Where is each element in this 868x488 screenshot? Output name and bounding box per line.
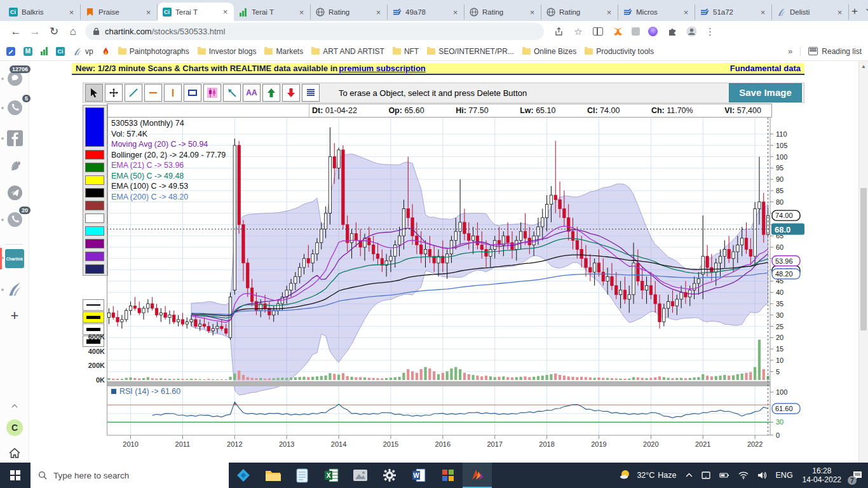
- sidebar-wings[interactable]: [5, 281, 24, 300]
- line-style-button[interactable]: [83, 311, 104, 323]
- save-image-button[interactable]: Save Image: [729, 83, 802, 102]
- bookmark-folder[interactable]: Markets: [264, 47, 303, 56]
- tab-49a78[interactable]: 49a78×: [388, 4, 465, 20]
- color-swatch[interactable]: [85, 188, 104, 198]
- tab-close-icon[interactable]: ×: [759, 8, 767, 17]
- bookmark-vp[interactable]: vp: [73, 47, 93, 56]
- weather-widget[interactable]: 32°CHaze: [614, 463, 681, 488]
- tab-close-icon[interactable]: ×: [682, 8, 690, 17]
- bookmark-flame[interactable]: [102, 47, 110, 56]
- extensions-puzzle-icon[interactable]: [666, 26, 677, 37]
- tab-51a72[interactable]: 51a72×: [695, 4, 772, 20]
- color-swatch[interactable]: [85, 107, 104, 147]
- taskbar-app-gear[interactable]: [375, 463, 404, 488]
- color-swatch[interactable]: [85, 201, 104, 210]
- color-swatch[interactable]: [85, 239, 104, 248]
- taskbar-app-photos[interactable]: [346, 463, 375, 488]
- bookmark-folder[interactable]: ART AND ARTIST: [311, 47, 384, 56]
- fundamental-data-link[interactable]: Fundamental data: [730, 64, 801, 73]
- tab-search-chevron-icon[interactable]: [858, 0, 868, 21]
- tab-close-icon[interactable]: ×: [836, 8, 844, 17]
- share-icon[interactable]: [553, 26, 564, 37]
- taskbar-search[interactable]: Type here to search: [31, 463, 229, 488]
- sidebar-plus[interactable]: +: [5, 306, 24, 325]
- bookmark-folder[interactable]: Investor blogs: [198, 47, 257, 56]
- tab-rating[interactable]: Rating×: [541, 4, 618, 20]
- sidebar-bird[interactable]: [5, 156, 24, 175]
- sidebar-whatsapp[interactable]: 20: [5, 211, 24, 230]
- bookmark-folder[interactable]: Online Bizes: [522, 47, 576, 56]
- tab-close-icon[interactable]: ×: [528, 8, 536, 17]
- sidebar-facebook[interactable]: [5, 130, 24, 149]
- sidebar-chartink-active[interactable]: Chartink: [5, 249, 24, 268]
- extension-icon[interactable]: [632, 27, 640, 36]
- menu-kebab-icon[interactable]: ⋮: [705, 26, 715, 37]
- bookmarks-overflow-icon[interactable]: »: [788, 46, 792, 56]
- extension-purple-icon[interactable]: [648, 27, 658, 36]
- tab-balkris[interactable]: CiBalkris×: [4, 4, 81, 20]
- tab-terai-t[interactable]: CiTerai T×: [158, 3, 234, 21]
- tab-rating[interactable]: Rating×: [311, 4, 388, 20]
- page-scrollbar[interactable]: ▲: [858, 61, 868, 463]
- sidebar-whatsapp[interactable]: 5: [5, 99, 24, 118]
- tab-terai-t[interactable]: Terai T×: [234, 4, 311, 20]
- tool-down[interactable]: [282, 84, 300, 102]
- tool-lines[interactable]: [302, 84, 320, 102]
- color-swatch[interactable]: [85, 264, 104, 274]
- bookmark-folder[interactable]: Paintphotographs: [118, 47, 189, 56]
- tool-rect[interactable]: [184, 84, 201, 102]
- tray-volume-icon[interactable]: [753, 463, 771, 488]
- forward-icon[interactable]: →: [25, 25, 44, 38]
- bookmark-folder[interactable]: NFT: [393, 47, 419, 56]
- tray-battery-icon[interactable]: [715, 463, 734, 488]
- tab-close-icon[interactable]: ×: [605, 8, 613, 17]
- metamask-fox-icon[interactable]: [612, 26, 623, 37]
- back-icon[interactable]: ←: [6, 25, 25, 38]
- taskbar-app-phoenix[interactable]: [463, 463, 492, 488]
- color-swatch[interactable]: [85, 252, 104, 261]
- bookmark-bars[interactable]: [41, 47, 48, 55]
- color-swatch[interactable]: [85, 175, 104, 185]
- taskbar-app-explorer[interactable]: [258, 463, 287, 488]
- tab-delisti[interactable]: Delisti×: [772, 4, 849, 20]
- bookmark-folder[interactable]: Productivity tools: [585, 47, 654, 56]
- tool-arrow[interactable]: [223, 84, 241, 102]
- home-icon[interactable]: [5, 444, 24, 463]
- sidebar-telegram[interactable]: [5, 184, 24, 203]
- tab-close-icon[interactable]: ×: [221, 7, 229, 17]
- profile-avatar-c[interactable]: C: [5, 418, 24, 437]
- tab-close-icon[interactable]: ×: [144, 8, 153, 17]
- reading-list-button[interactable]: Reading list: [800, 47, 862, 56]
- premium-subscription-link[interactable]: premium subscription: [339, 64, 426, 73]
- tab-close-icon[interactable]: ×: [374, 8, 383, 17]
- tab-rating[interactable]: Rating×: [465, 4, 541, 20]
- tool-pointer[interactable]: [85, 84, 103, 102]
- bookmark-ci[interactable]: Ci: [56, 47, 65, 56]
- color-swatch[interactable]: [85, 150, 104, 159]
- new-tab-button[interactable]: +: [851, 4, 858, 19]
- tab-close-icon[interactable]: ×: [67, 8, 76, 17]
- tool-candle[interactable]: [203, 84, 221, 102]
- split-screen-icon[interactable]: [592, 26, 604, 37]
- scroll-up-icon[interactable]: ▲: [859, 64, 868, 69]
- taskbar-app-notepad[interactable]: [287, 463, 316, 488]
- scrollbar-thumb[interactable]: [860, 188, 867, 330]
- tab-praise[interactable]: Praise×: [81, 4, 158, 20]
- tab-close-icon[interactable]: ×: [451, 8, 459, 17]
- home-icon[interactable]: ⌂: [64, 25, 83, 38]
- price-chart[interactable]: 2010201120122013201420152016201720182019…: [107, 118, 804, 451]
- line-style-button[interactable]: [83, 299, 104, 311]
- tray-wifi-icon[interactable]: [734, 463, 753, 488]
- taskbar-app-excel[interactable]: X: [316, 463, 346, 488]
- reload-icon[interactable]: ↻: [44, 25, 64, 38]
- sidebar-chat[interactable]: 12706: [5, 70, 24, 89]
- color-swatch[interactable]: [85, 163, 104, 172]
- tool-line[interactable]: [125, 84, 142, 102]
- bookmark-mail[interactable]: M: [24, 47, 32, 56]
- profile-avatar[interactable]: [686, 26, 697, 37]
- tab-close-icon[interactable]: ×: [297, 8, 306, 17]
- taskbar-app-grid[interactable]: [433, 463, 463, 488]
- bookmark-star-icon[interactable]: ☆: [573, 26, 584, 37]
- language-indicator[interactable]: ENG: [771, 463, 797, 488]
- color-swatch[interactable]: [85, 226, 104, 236]
